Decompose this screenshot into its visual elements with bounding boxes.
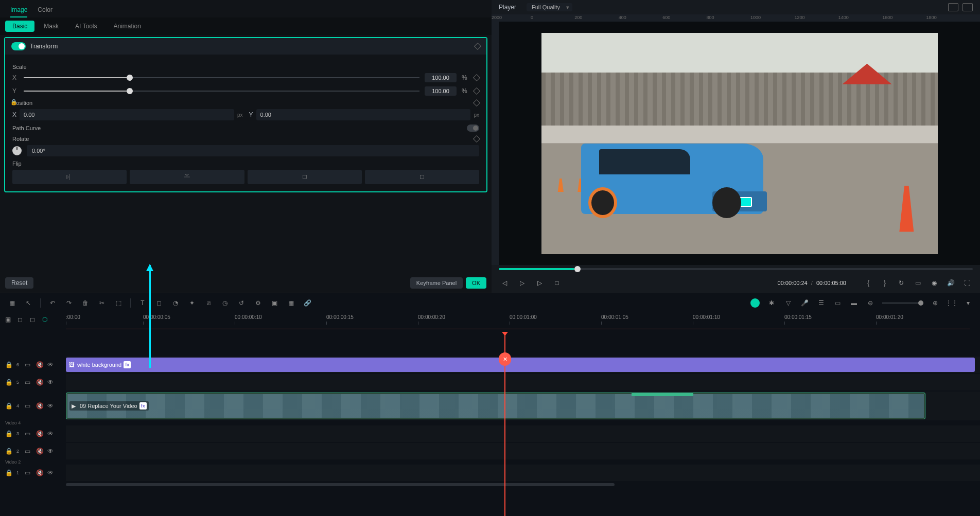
clip-replace-video[interactable]: ▶ 09 Replace Your Video fx — [66, 393, 925, 419]
mark-out-button[interactable]: } — [879, 277, 890, 289]
track-lock-icon[interactable]: 🔒 — [5, 469, 12, 476]
pos-y-input[interactable] — [256, 109, 471, 120]
display-button[interactable]: ▭ — [912, 277, 923, 289]
track-settings-icon[interactable]: ▭ — [25, 402, 32, 410]
lock-icon[interactable]: 🔒 — [10, 99, 18, 105]
subtab-mask[interactable]: Mask — [37, 21, 66, 32]
track-lock-icon[interactable]: 🔒 — [5, 379, 12, 386]
quality-select[interactable]: Full Quality — [527, 3, 572, 11]
flip-horizontal-button[interactable] — [12, 170, 127, 184]
track-settings-icon[interactable]: ▭ — [25, 379, 32, 386]
select-tool-icon[interactable]: ▦ — [7, 298, 16, 308]
scale-x-value[interactable]: 100.00 — [425, 73, 457, 82]
grid-icon[interactable] — [948, 3, 958, 11]
settings-icon[interactable]: ⚙ — [253, 298, 262, 308]
compare-icon[interactable] — [962, 3, 973, 11]
effects-icon[interactable]: ✦ — [187, 298, 197, 308]
track-visible-icon[interactable]: 👁 — [47, 430, 55, 437]
track-lock-icon[interactable]: 🔒 — [5, 448, 12, 455]
redo-button[interactable]: ↷ — [64, 298, 74, 308]
fullscreen-button[interactable]: ⛶ — [961, 277, 973, 289]
undo-button[interactable]: ↶ — [48, 298, 57, 308]
subtab-ai[interactable]: AI Tools — [68, 21, 104, 32]
track-lock-icon[interactable]: 🔒 — [5, 430, 12, 437]
magnet-icon[interactable]: ⬡ — [42, 316, 49, 323]
lock-tracks-icon[interactable]: ◻ — [18, 316, 25, 323]
track-icon[interactable]: ▬ — [849, 298, 859, 308]
speed-icon[interactable]: ◷ — [220, 298, 230, 308]
reverse-icon[interactable]: ↺ — [237, 298, 246, 308]
track-mute-icon[interactable]: 🔇 — [36, 379, 43, 386]
mark-in-button[interactable]: { — [863, 277, 874, 289]
cut-button[interactable]: ✂ — [97, 298, 107, 308]
track-visible-icon[interactable]: 👁 — [47, 469, 55, 476]
flip-vertical-button[interactable] — [130, 170, 244, 184]
mask-tool-icon[interactable]: ◔ — [171, 298, 180, 308]
track-visible-icon[interactable]: 👁 — [47, 361, 55, 368]
rotate-cw-button[interactable] — [248, 170, 362, 184]
track-settings-icon[interactable]: ▭ — [25, 448, 32, 455]
track-settings-icon[interactable]: ▭ — [25, 361, 32, 368]
rotate-keyframe-icon[interactable] — [473, 135, 480, 143]
playhead-marker[interactable]: ✕ — [499, 352, 511, 366]
track-mute-icon[interactable]: 🔇 — [36, 469, 43, 476]
chevron-down-icon[interactable]: ▾ — [964, 298, 973, 308]
mute-tracks-icon[interactable]: ◻ — [30, 316, 37, 323]
tab-image[interactable]: Image — [10, 4, 27, 17]
subtab-animation[interactable]: Animation — [106, 21, 148, 32]
zoom-in-button[interactable]: ⊕ — [931, 298, 940, 308]
volume-button[interactable]: 🔊 — [945, 277, 956, 289]
text-tool-icon[interactable]: T — [138, 298, 147, 308]
clip-white-background[interactable]: 🖼 white background fx — [66, 358, 975, 372]
keyframe-panel-button[interactable]: Keyframe Panel — [410, 277, 463, 289]
time-ruler[interactable]: :00:00 00:00:00:05 00:00:00:10 00:00:00:… — [66, 312, 980, 327]
path-curve-toggle[interactable] — [467, 124, 479, 132]
ok-button[interactable]: OK — [466, 277, 486, 289]
record-icon[interactable] — [750, 298, 760, 308]
play-button[interactable]: ▷ — [516, 277, 528, 289]
group-icon[interactable]: ▣ — [270, 298, 279, 308]
delete-button[interactable]: 🗑 — [81, 298, 90, 308]
pos-x-input[interactable] — [20, 109, 234, 120]
crop-button[interactable]: ⬚ — [114, 298, 123, 308]
scale-x-keyframe-icon[interactable] — [473, 74, 480, 81]
track-mute-icon[interactable]: 🔇 — [36, 448, 43, 455]
pointer-tool-icon[interactable]: ↖ — [24, 298, 33, 308]
zoom-slider[interactable] — [882, 303, 923, 304]
next-frame-button[interactable]: ▷ — [534, 277, 545, 289]
subtab-basic[interactable]: Basic — [5, 21, 34, 32]
transform-toggle[interactable] — [11, 42, 26, 50]
track-settings-icon[interactable]: ▭ — [25, 430, 32, 437]
player-progress[interactable] — [499, 268, 973, 270]
rotate-input[interactable] — [27, 145, 479, 156]
track-lock-icon[interactable]: 🔒 — [5, 402, 12, 410]
track-lock-icon[interactable]: 🔒 — [5, 361, 12, 368]
rotate-ccw-button[interactable] — [365, 170, 479, 184]
marker-icon[interactable]: ▭ — [833, 298, 842, 308]
reset-button[interactable]: Reset — [5, 277, 33, 289]
track-visible-icon[interactable]: 👁 — [47, 448, 55, 455]
preview-viewport[interactable] — [499, 22, 980, 265]
shield-icon[interactable]: ▽ — [783, 298, 793, 308]
rotate-knob[interactable] — [12, 146, 22, 155]
gear-icon[interactable]: ✱ — [767, 298, 776, 308]
position-keyframe-icon[interactable] — [473, 99, 480, 106]
track-visible-icon[interactable]: 👁 — [47, 402, 55, 410]
list-icon[interactable]: ☰ — [816, 298, 826, 308]
snapshot-button[interactable]: ◉ — [929, 277, 940, 289]
track-visible-icon[interactable]: 👁 — [47, 379, 55, 386]
scale-y-slider[interactable] — [24, 91, 419, 92]
scale-x-slider[interactable] — [24, 77, 419, 78]
link-icon[interactable]: 🔗 — [303, 298, 312, 308]
track-settings-icon[interactable]: ▭ — [25, 469, 32, 476]
expand-tracks-icon[interactable]: ▣ — [5, 316, 12, 323]
zoom-out-button[interactable]: ⊖ — [866, 298, 875, 308]
ungroup-icon[interactable]: ▦ — [286, 298, 295, 308]
scale-y-keyframe-icon[interactable] — [473, 87, 480, 95]
adjust-icon[interactable]: ⎚ — [204, 298, 213, 308]
stop-button[interactable]: □ — [551, 277, 563, 289]
track-mute-icon[interactable]: 🔇 — [36, 361, 43, 368]
timeline-scrollbar[interactable] — [66, 482, 980, 487]
crop-tool-icon[interactable]: ◻ — [154, 298, 164, 308]
view-options-icon[interactable]: ⋮⋮ — [947, 298, 956, 308]
